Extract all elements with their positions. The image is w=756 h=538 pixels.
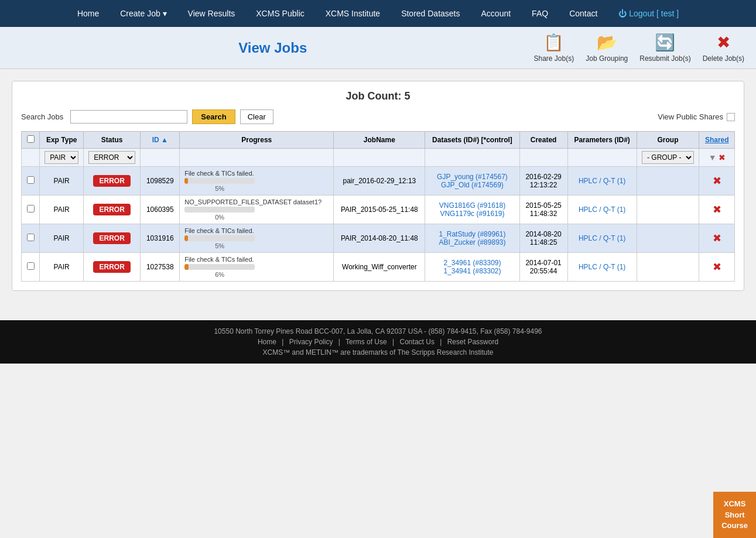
progress-container: NO_SUPPORTED_FILES_DATASET dataset1? 0% — [184, 198, 329, 221]
nav-xcms-public[interactable]: XCMS Public — [245, 2, 314, 25]
row-created: 2014-08-2011:48:25 — [519, 224, 567, 253]
footer-terms[interactable]: Terms of Use — [345, 338, 387, 346]
row-status: ERROR — [83, 253, 141, 282]
progress-bar-inner — [184, 235, 188, 241]
parameters-link[interactable]: HPLC / Q-T (1) — [579, 234, 625, 242]
delete-jobs-button[interactable]: ✖ Delete Job(s) — [703, 33, 744, 63]
filter-exp-type[interactable]: PAIR — [45, 151, 78, 164]
dataset-link-1[interactable]: GJP_Old (#174569) — [441, 181, 504, 189]
page-title: View Jobs — [12, 40, 534, 56]
main-nav: Home Create Job View Results XCMS Public… — [0, 0, 756, 27]
row-datasets: 2_34961 (#83309) 1_34941 (#83302) — [425, 253, 519, 282]
nav-create-job[interactable]: Create Job — [110, 2, 177, 25]
job-grouping-button[interactable]: 📂 Job Grouping — [586, 33, 628, 63]
filter-id-cell — [141, 149, 180, 167]
share-jobs-button[interactable]: 📋 Share Job(s) — [534, 33, 574, 63]
nav-account[interactable]: Account — [471, 2, 522, 25]
progress-bar-inner — [184, 178, 188, 184]
resubmit-jobs-button[interactable]: 🔄 Resubmit Job(s) — [639, 33, 690, 63]
col-status: Status — [83, 132, 141, 149]
progress-container: File check & TICs failed. 5% — [184, 170, 329, 192]
table-row: PAIR ERROR 1060395 NO_SUPPORTED_FILES_DA… — [22, 196, 735, 224]
filter-icon[interactable]: ▼ — [709, 153, 717, 162]
share-icon: 📋 — [543, 33, 564, 52]
footer-reset[interactable]: Reset Password — [447, 338, 498, 346]
status-badge: ERROR — [93, 232, 130, 244]
main-content: Job Count: 5 Search Jobs Search Clear Vi… — [0, 69, 756, 303]
nav-logout[interactable]: ⏻ Logout [ test ] — [608, 2, 689, 25]
dataset-link-1[interactable]: ABI_Zucker (#89893) — [439, 238, 505, 246]
progress-bar-outer — [184, 207, 255, 213]
dataset-link-1[interactable]: 1_34941 (#83302) — [443, 267, 501, 275]
nav-faq[interactable]: FAQ — [521, 2, 559, 25]
delete-row-button[interactable]: ✖ — [713, 174, 721, 187]
footer-home[interactable]: Home — [258, 338, 276, 346]
clear-button[interactable]: Clear — [240, 109, 273, 124]
filter-datasets-cell — [425, 149, 519, 167]
dataset-link-0[interactable]: 1_RatStudy (#89961) — [439, 230, 505, 238]
row-checkbox-3[interactable] — [27, 262, 35, 270]
parameters-link[interactable]: HPLC / Q-T (1) — [579, 205, 625, 214]
col-shared[interactable]: Shared — [699, 132, 735, 149]
status-badge: ERROR — [93, 175, 130, 187]
parameters-link[interactable]: HPLC / Q-T (1) — [579, 263, 625, 271]
dataset-link-0[interactable]: VNG1816G (#91618) — [439, 201, 505, 210]
progress-container: File check & TICs failed. 6% — [184, 256, 329, 278]
filter-group[interactable]: - GROUP - — [642, 151, 694, 164]
row-datasets: VNG1816G (#91618) VNG1179c (#91619) — [425, 196, 519, 224]
col-group: Group — [637, 132, 699, 149]
progress-bar-outer — [184, 178, 255, 184]
nav-xcms-institute[interactable]: XCMS Institute — [315, 2, 391, 25]
row-group — [637, 196, 699, 224]
row-shared: ✖ — [699, 224, 735, 253]
resubmit-icon: 🔄 — [655, 33, 675, 52]
row-created: 2016-02-2912:13:22 — [519, 167, 567, 196]
filter-status[interactable]: ERROR — [88, 151, 135, 164]
dataset-link-1[interactable]: VNG1179c (#91619) — [440, 210, 504, 218]
select-all-checkbox[interactable] — [27, 135, 35, 143]
dataset-link-0[interactable]: GJP_young (#174567) — [437, 173, 508, 181]
filter-group-cell: - GROUP - — [637, 149, 699, 167]
row-id: 1031916 — [141, 224, 180, 253]
public-shares-checkbox[interactable] — [727, 113, 735, 121]
dataset-link-0[interactable]: 2_34961 (#83309) — [443, 259, 501, 267]
delete-row-button[interactable]: ✖ — [713, 261, 721, 273]
delete-row-button[interactable]: ✖ — [713, 232, 721, 245]
nav-stored-datasets[interactable]: Stored Datasets — [391, 2, 470, 25]
row-checkbox-0[interactable] — [27, 176, 35, 184]
nav-home[interactable]: Home — [67, 2, 110, 25]
table-row: PAIR ERROR 1098529 File check & TICs fai… — [22, 167, 735, 196]
row-shared: ✖ — [699, 167, 735, 196]
col-created: Created — [519, 132, 567, 149]
row-checkbox-1[interactable] — [27, 205, 35, 213]
row-checkbox-2[interactable] — [27, 234, 35, 241]
col-id[interactable]: ID ▲ — [141, 132, 180, 149]
footer-privacy[interactable]: Privacy Policy — [289, 338, 333, 346]
row-checkbox-cell — [22, 196, 40, 224]
row-created: 2015-05-2511:48:32 — [519, 196, 567, 224]
row-exp-type: PAIR — [40, 167, 83, 196]
nav-view-results[interactable]: View Results — [177, 2, 246, 25]
row-id: 1060395 — [141, 196, 180, 224]
row-jobname: PAIR_2015-05-25_11:48 — [334, 196, 425, 224]
search-input[interactable] — [70, 110, 187, 124]
progress-bar-outer — [184, 235, 255, 241]
clear-filter-icon[interactable]: ✖ — [719, 153, 726, 162]
row-checkbox-cell — [22, 167, 40, 196]
filter-progress-cell — [180, 149, 334, 167]
footer-contact[interactable]: Contact Us — [400, 338, 435, 346]
col-select-all[interactable] — [22, 132, 40, 149]
parameters-link[interactable]: HPLC / Q-T (1) — [579, 177, 625, 185]
row-status: ERROR — [83, 224, 141, 253]
search-button[interactable]: Search — [192, 109, 235, 124]
share-jobs-label: Share Job(s) — [534, 54, 574, 63]
row-jobname: pair_2016-02-29_12:13 — [334, 167, 425, 196]
row-datasets: GJP_young (#174567) GJP_Old (#174569) — [425, 167, 519, 196]
delete-icon: ✖ — [717, 33, 730, 52]
delete-row-button[interactable]: ✖ — [713, 203, 721, 216]
table-row: PAIR ERROR 1031916 File check & TICs fai… — [22, 224, 735, 253]
jobs-table: Exp Type Status ID ▲ Progress JobName Da… — [21, 131, 735, 282]
nav-contact[interactable]: Contact — [559, 2, 608, 25]
row-id: 1027538 — [141, 253, 180, 282]
progress-text: File check & TICs failed. — [184, 256, 254, 263]
